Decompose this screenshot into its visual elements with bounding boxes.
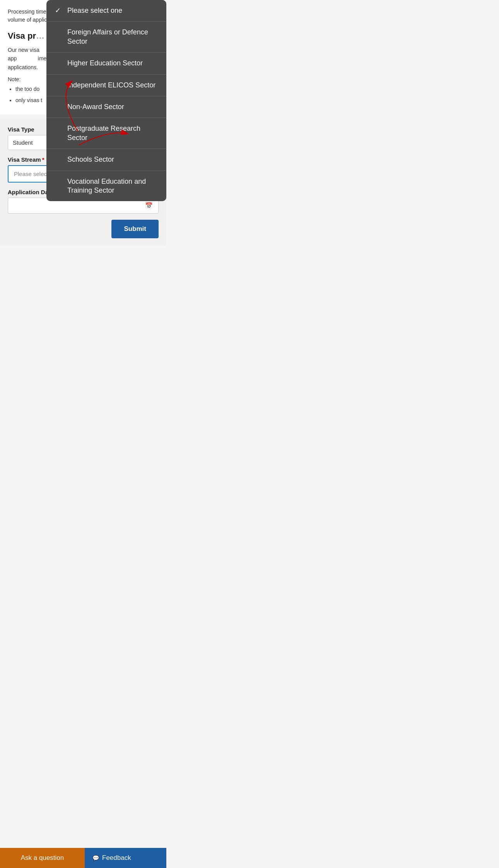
page-spacer xyxy=(0,246,166,277)
dropdown-menu: ✓ Please select one Foreign Affairs or D… xyxy=(46,0,166,201)
dropdown-item-non-award[interactable]: Non-Award Sector xyxy=(46,96,166,118)
no-check-icon xyxy=(55,32,63,41)
visa-stream-required: * xyxy=(42,156,44,163)
dropdown-item-label: Please select one xyxy=(67,6,122,15)
feedback-button[interactable]: 💬 Feedback xyxy=(85,848,166,868)
dropdown-item-please-select[interactable]: ✓ Please select one xyxy=(46,0,166,22)
dropdown-item-independent-elicos[interactable]: Independent ELICOS Sector xyxy=(46,75,166,96)
dropdown-item-foreign-affairs[interactable]: Foreign Affairs or Defence Sector xyxy=(46,22,166,53)
dropdown-item-label: Independent ELICOS Sector xyxy=(67,81,156,90)
dropdown-item-vocational[interactable]: Vocational Education and Training Sector xyxy=(46,171,166,202)
dropdown-item-label: Non-Award Sector xyxy=(67,103,124,111)
dropdown-item-label: Postgraduate Research Sector xyxy=(67,124,158,142)
no-check-icon xyxy=(55,59,63,68)
no-check-icon xyxy=(55,181,63,190)
dropdown-item-label: Schools Sector xyxy=(67,155,114,164)
no-check-icon xyxy=(55,81,63,90)
submit-row: Submit xyxy=(8,220,159,238)
dropdown-item-label: Vocational Education and Training Sector xyxy=(67,177,158,195)
feedback-label: Feedback xyxy=(102,854,131,862)
dropdown-item-higher-education[interactable]: Higher Education Sector xyxy=(46,53,166,74)
dropdown-item-postgraduate[interactable]: Postgraduate Research Sector xyxy=(46,118,166,149)
submit-button[interactable]: Submit xyxy=(111,220,159,238)
feedback-icon: 💬 xyxy=(92,855,99,861)
dropdown-item-label: Higher Education Sector xyxy=(67,59,143,68)
no-check-icon xyxy=(55,129,63,138)
ask-question-button[interactable]: Ask a question xyxy=(0,848,85,868)
no-check-icon xyxy=(55,103,63,111)
dropdown-item-label: Foreign Affairs or Defence Sector xyxy=(67,28,158,46)
bottom-bar: Ask a question 💬 Feedback xyxy=(0,848,166,868)
dropdown-item-schools[interactable]: Schools Sector xyxy=(46,149,166,171)
no-check-icon xyxy=(55,155,63,164)
checkmark-icon: ✓ xyxy=(55,6,63,15)
